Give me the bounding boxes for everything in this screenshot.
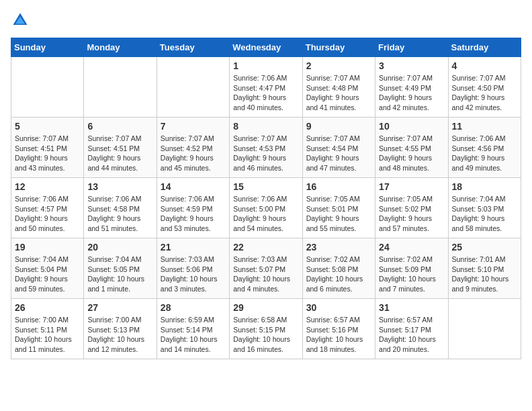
day-cell: 5Sunrise: 7:07 AM Sunset: 4:51 PM Daylig… [11, 118, 84, 178]
day-cell: 2Sunrise: 7:07 AM Sunset: 4:48 PM Daylig… [302, 57, 375, 118]
day-info: Sunrise: 7:04 AM Sunset: 5:04 PM Dayligh… [15, 255, 80, 294]
day-info: Sunrise: 7:07 AM Sunset: 4:51 PM Dayligh… [87, 134, 152, 173]
week-row-4: 19Sunrise: 7:04 AM Sunset: 5:04 PM Dayli… [11, 238, 521, 299]
weekday-header-wednesday: Wednesday [230, 38, 302, 57]
day-cell: 9Sunrise: 7:07 AM Sunset: 4:54 PM Daylig… [302, 118, 375, 178]
day-number: 13 [87, 181, 152, 192]
day-number: 16 [306, 181, 371, 192]
day-cell: 29Sunrise: 6:58 AM Sunset: 5:15 PM Dayli… [230, 299, 302, 359]
day-info: Sunrise: 7:07 AM Sunset: 4:53 PM Dayligh… [233, 134, 298, 173]
day-info: Sunrise: 7:05 AM Sunset: 5:02 PM Dayligh… [379, 194, 444, 234]
day-cell: 21Sunrise: 7:03 AM Sunset: 5:06 PM Dayli… [157, 238, 229, 299]
day-info: Sunrise: 7:04 AM Sunset: 5:03 PM Dayligh… [452, 194, 517, 234]
day-number: 30 [306, 302, 371, 313]
day-number: 1 [233, 60, 298, 71]
day-cell: 23Sunrise: 7:02 AM Sunset: 5:08 PM Dayli… [302, 238, 375, 299]
day-cell [448, 299, 521, 359]
weekday-header-monday: Monday [84, 38, 157, 57]
day-info: Sunrise: 7:00 AM Sunset: 5:11 PM Dayligh… [15, 315, 80, 355]
day-info: Sunrise: 7:06 AM Sunset: 4:47 PM Dayligh… [233, 73, 298, 113]
day-cell: 13Sunrise: 7:06 AM Sunset: 4:58 PM Dayli… [84, 178, 157, 238]
day-info: Sunrise: 6:59 AM Sunset: 5:14 PM Dayligh… [161, 315, 226, 355]
day-info: Sunrise: 7:02 AM Sunset: 5:08 PM Dayligh… [306, 255, 371, 294]
day-info: Sunrise: 7:07 AM Sunset: 4:49 PM Dayligh… [379, 73, 444, 113]
day-cell: 7Sunrise: 7:07 AM Sunset: 4:52 PM Daylig… [157, 118, 229, 178]
day-number: 29 [233, 302, 298, 313]
day-info: Sunrise: 7:02 AM Sunset: 5:09 PM Dayligh… [379, 255, 444, 294]
week-row-5: 26Sunrise: 7:00 AM Sunset: 5:11 PM Dayli… [11, 299, 521, 359]
day-number: 9 [306, 121, 371, 132]
day-cell: 6Sunrise: 7:07 AM Sunset: 4:51 PM Daylig… [84, 118, 157, 178]
day-cell: 8Sunrise: 7:07 AM Sunset: 4:53 PM Daylig… [230, 118, 302, 178]
weekday-header-tuesday: Tuesday [157, 38, 229, 57]
header [11, 11, 521, 30]
day-cell: 26Sunrise: 7:00 AM Sunset: 5:11 PM Dayli… [11, 299, 84, 359]
day-number: 8 [233, 121, 298, 132]
day-cell [157, 57, 229, 118]
day-cell: 16Sunrise: 7:05 AM Sunset: 5:01 PM Dayli… [302, 178, 375, 238]
day-info: Sunrise: 7:00 AM Sunset: 5:13 PM Dayligh… [87, 315, 152, 355]
day-cell: 20Sunrise: 7:04 AM Sunset: 5:05 PM Dayli… [84, 238, 157, 299]
logo-icon [11, 11, 30, 30]
day-cell: 27Sunrise: 7:00 AM Sunset: 5:13 PM Dayli… [84, 299, 157, 359]
weekday-header-row: SundayMondayTuesdayWednesdayThursdayFrid… [11, 38, 521, 57]
weekday-header-sunday: Sunday [11, 38, 84, 57]
day-number: 18 [452, 181, 517, 192]
day-cell: 22Sunrise: 7:03 AM Sunset: 5:07 PM Dayli… [230, 238, 302, 299]
day-cell: 30Sunrise: 6:57 AM Sunset: 5:16 PM Dayli… [302, 299, 375, 359]
logo [11, 11, 32, 30]
day-info: Sunrise: 7:06 AM Sunset: 4:56 PM Dayligh… [452, 134, 517, 173]
day-cell: 31Sunrise: 6:57 AM Sunset: 5:17 PM Dayli… [375, 299, 448, 359]
day-number: 6 [87, 121, 152, 132]
day-number: 15 [233, 181, 298, 192]
day-number: 11 [452, 121, 517, 132]
day-info: Sunrise: 7:06 AM Sunset: 4:57 PM Dayligh… [15, 194, 80, 234]
day-cell: 10Sunrise: 7:07 AM Sunset: 4:55 PM Dayli… [375, 118, 448, 178]
day-cell: 24Sunrise: 7:02 AM Sunset: 5:09 PM Dayli… [375, 238, 448, 299]
day-cell [84, 57, 157, 118]
weekday-header-friday: Friday [375, 38, 448, 57]
day-number: 26 [15, 302, 80, 313]
day-info: Sunrise: 7:07 AM Sunset: 4:54 PM Dayligh… [306, 134, 371, 173]
day-info: Sunrise: 7:01 AM Sunset: 5:10 PM Dayligh… [452, 255, 517, 294]
day-info: Sunrise: 7:03 AM Sunset: 5:06 PM Dayligh… [161, 255, 226, 294]
day-number: 7 [161, 121, 226, 132]
day-cell: 11Sunrise: 7:06 AM Sunset: 4:56 PM Dayli… [448, 118, 521, 178]
day-number: 22 [233, 242, 298, 253]
day-number: 17 [379, 181, 444, 192]
day-number: 27 [87, 302, 152, 313]
day-cell: 15Sunrise: 7:06 AM Sunset: 5:00 PM Dayli… [230, 178, 302, 238]
week-row-2: 5Sunrise: 7:07 AM Sunset: 4:51 PM Daylig… [11, 118, 521, 178]
day-number: 14 [161, 181, 226, 192]
day-number: 28 [161, 302, 226, 313]
week-row-3: 12Sunrise: 7:06 AM Sunset: 4:57 PM Dayli… [11, 178, 521, 238]
day-cell: 12Sunrise: 7:06 AM Sunset: 4:57 PM Dayli… [11, 178, 84, 238]
day-info: Sunrise: 6:57 AM Sunset: 5:17 PM Dayligh… [379, 315, 444, 355]
day-cell: 28Sunrise: 6:59 AM Sunset: 5:14 PM Dayli… [157, 299, 229, 359]
day-info: Sunrise: 7:05 AM Sunset: 5:01 PM Dayligh… [306, 194, 371, 234]
week-row-1: 1Sunrise: 7:06 AM Sunset: 4:47 PM Daylig… [11, 57, 521, 118]
day-number: 2 [306, 60, 371, 71]
day-cell: 17Sunrise: 7:05 AM Sunset: 5:02 PM Dayli… [375, 178, 448, 238]
weekday-header-saturday: Saturday [448, 38, 521, 57]
day-cell: 14Sunrise: 7:06 AM Sunset: 4:59 PM Dayli… [157, 178, 229, 238]
day-number: 31 [379, 302, 444, 313]
day-number: 20 [87, 242, 152, 253]
day-info: Sunrise: 7:06 AM Sunset: 4:58 PM Dayligh… [87, 194, 152, 234]
day-info: Sunrise: 7:07 AM Sunset: 4:48 PM Dayligh… [306, 73, 371, 113]
day-cell: 18Sunrise: 7:04 AM Sunset: 5:03 PM Dayli… [448, 178, 521, 238]
day-number: 19 [15, 242, 80, 253]
day-cell: 1Sunrise: 7:06 AM Sunset: 4:47 PM Daylig… [230, 57, 302, 118]
day-info: Sunrise: 7:07 AM Sunset: 4:51 PM Dayligh… [15, 134, 80, 173]
day-info: Sunrise: 7:06 AM Sunset: 5:00 PM Dayligh… [233, 194, 298, 234]
day-number: 24 [379, 242, 444, 253]
day-cell [11, 57, 84, 118]
day-info: Sunrise: 7:03 AM Sunset: 5:07 PM Dayligh… [233, 255, 298, 294]
day-cell: 25Sunrise: 7:01 AM Sunset: 5:10 PM Dayli… [448, 238, 521, 299]
day-number: 5 [15, 121, 80, 132]
day-info: Sunrise: 7:07 AM Sunset: 4:52 PM Dayligh… [161, 134, 226, 173]
day-cell: 3Sunrise: 7:07 AM Sunset: 4:49 PM Daylig… [375, 57, 448, 118]
day-number: 10 [379, 121, 444, 132]
day-number: 23 [306, 242, 371, 253]
day-info: Sunrise: 6:57 AM Sunset: 5:16 PM Dayligh… [306, 315, 371, 355]
